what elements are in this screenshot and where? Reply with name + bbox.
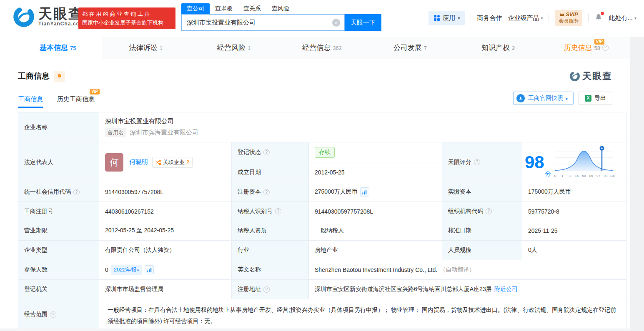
field-value-legal-rep: 何 何晓明 关联企业 2 (99, 142, 232, 182)
value-text: 一般纳税人 (315, 227, 344, 234)
field-label-business-term: 营业期限 (18, 221, 99, 241)
tab-history-info[interactable]: VIP 历史信息 58 ? (542, 37, 630, 59)
value-text: 59775720-8 (528, 208, 559, 215)
label-text: 核准日期 (448, 227, 471, 234)
help-icon[interactable]: ? (73, 189, 80, 195)
label-text: 经营范围 (24, 311, 48, 318)
nav-business-coop[interactable]: 商务合作 (477, 14, 502, 22)
label-text: 天眼评分 (448, 159, 471, 166)
tab-intellectual-property[interactable]: 知识产权 2 (454, 37, 542, 59)
insured-chart-icon[interactable] (145, 265, 154, 274)
nav-enterprise-products[interactable]: 企业级产品 ▾ (508, 14, 543, 22)
divider (471, 14, 471, 22)
svg-text:50: 50 (582, 174, 586, 178)
help-icon[interactable]: ? (602, 45, 609, 51)
value-text: 91440300597757208L (105, 189, 163, 195)
score-distribution-chart: 0 1 3 15 50 85 97 99 100 (553, 144, 615, 180)
legal-rep-avatar[interactable]: 何 (105, 153, 123, 172)
capital-chart-icon[interactable] (360, 187, 369, 197)
field-label-english-name: 英文名称 (232, 260, 309, 280)
tab-count: 362 (333, 45, 342, 51)
former-name: 深圳市滨海置业有限公司 (130, 129, 198, 137)
tab-basic-info[interactable]: 基本信息 75 (14, 37, 102, 59)
help-icon[interactable]: ? (486, 208, 492, 214)
field-label-company-type: 企业类型 (18, 241, 99, 260)
help-icon[interactable]: ? (263, 189, 270, 195)
tab-label: 公司发展 (393, 43, 422, 52)
field-value-credit-code: 91440300597757208L (99, 182, 232, 202)
related-label: 关联企业 (163, 159, 185, 166)
field-label-reg-authority: 登记机关 (18, 280, 99, 299)
tianyancha-logo-icon (569, 71, 580, 82)
page-gutter (630, 37, 644, 331)
search-clear-icon[interactable]: × (332, 19, 340, 27)
subscribe-bell-icon[interactable] (54, 71, 65, 82)
search-tab-risk[interactable]: 查风险 (266, 3, 295, 14)
field-value-approve-date: 2025-11-25 (522, 221, 626, 241)
field-value-company-name: 深圳市宝投置业有限公司 曾用名 深圳市滨海置业有限公司 (99, 112, 626, 142)
search-button[interactable]: 天眼一下 (345, 14, 381, 31)
field-value-reg-number: 440306106267152 (99, 202, 232, 221)
help-icon[interactable]: ? (263, 286, 270, 293)
site-header: 天眼查 TianYanCha.com 都 在 用 的 商 业 查 询 工 具 国… (0, 0, 644, 37)
field-value-reg-status: 存续 (309, 142, 442, 162)
report-label: 2022年报 (114, 266, 137, 274)
value-text: 有限责任公司（法人独资） (105, 246, 175, 254)
field-label-reg-address: 注册地址 ? (232, 280, 309, 299)
nav-enterprise-label: 企业级产品 (508, 14, 539, 22)
subtab-history-registration[interactable]: VIP 历史工商信息 (57, 95, 95, 103)
field-value-reg-authority: 深圳市市场监督管理局 (99, 280, 232, 299)
search-input[interactable] (182, 15, 344, 30)
field-value-reg-address: 深圳市宝安区新安街道海滨社区宝兴路6号海纳百川总部大厦A座23层 附近公司 (309, 280, 626, 299)
label-text: 实缴资本 (448, 188, 471, 196)
field-value-establish-date: 2012-05-25 (309, 162, 442, 182)
legal-rep-link[interactable]: 何晓明 (129, 158, 148, 166)
help-icon[interactable]: ? (50, 311, 56, 318)
search-area: 查公司 查老板 查关系 查风险 × 天眼一下 (181, 2, 381, 31)
help-icon[interactable]: ? (474, 159, 480, 165)
related-count: 2 (186, 159, 189, 165)
apps-menu[interactable]: 应用 ▾ (428, 11, 465, 25)
tab-operation-risk[interactable]: 经营风险 1 (190, 37, 278, 59)
search-tab-company[interactable]: 查公司 (181, 3, 210, 14)
tab-legal-proceedings[interactable]: 法律诉讼 1 (102, 37, 190, 59)
logo-domain: TianYanCha.com (38, 21, 84, 27)
svip-member-button[interactable]: SVIP 会员服务 (555, 10, 582, 26)
help-icon[interactable]: ? (263, 149, 270, 155)
tab-count: 58 (594, 45, 600, 51)
field-label-reg-number: 工商注册号 (18, 202, 99, 221)
annual-report-badge[interactable]: 2022年报 ▸ (111, 265, 142, 275)
chevron-down-icon: ▾ (541, 16, 543, 20)
tab-label: 基本信息 (40, 43, 68, 52)
subtab-business-registration[interactable]: 工商信息 (18, 95, 43, 103)
svg-text:15: 15 (575, 174, 579, 178)
user-menu[interactable]: 此处有... ▾ (609, 14, 636, 22)
official-snapshot-button[interactable]: 工商官网快照 ▸ (513, 92, 574, 105)
value-text: 2025-11-25 (528, 227, 558, 234)
field-value-reg-capital: 275000万人民币 (309, 182, 442, 202)
watermark-text: 天眼查 (582, 70, 612, 82)
field-label-legal-rep: 法定代表人 (18, 142, 99, 182)
divider (549, 14, 549, 22)
field-label-approve-date: 核准日期 (442, 221, 522, 241)
field-label-company-name: 企业名称 (18, 112, 99, 142)
help-icon[interactable]: ? (275, 208, 281, 214)
search-tab-boss[interactable]: 查老板 (210, 3, 238, 14)
nearby-companies-link[interactable]: 附近公司 (494, 286, 518, 293)
tab-business-info[interactable]: 经营信息 362 (278, 37, 366, 59)
field-value-taxpayer-id: 91440300597757208L (309, 202, 442, 221)
excel-icon: X (585, 95, 591, 102)
export-button[interactable]: X 导出 (579, 92, 612, 105)
notification-bell-icon[interactable] (594, 13, 603, 23)
label-text: 行业 (238, 246, 249, 254)
field-value-business-term: 2012-05-25 至 2042-05-25 (99, 221, 232, 241)
tab-count: 1 (248, 45, 251, 51)
divider (588, 14, 589, 22)
field-label-credit-code: 统一社会信用代码 ? (18, 182, 99, 202)
field-value-company-type: 有限责任公司（法人独资） (99, 241, 232, 260)
search-tab-relation[interactable]: 查关系 (238, 3, 266, 14)
tianyancha-logo[interactable]: 天眼查 TianYanCha.com (13, 5, 84, 28)
related-companies-badge[interactable]: 关联企业 2 (152, 157, 193, 168)
field-value-english-name: Shenzhen Baotou Investment Industry Co.,… (309, 260, 626, 280)
tab-company-development[interactable]: 公司发展 7 (366, 37, 454, 59)
